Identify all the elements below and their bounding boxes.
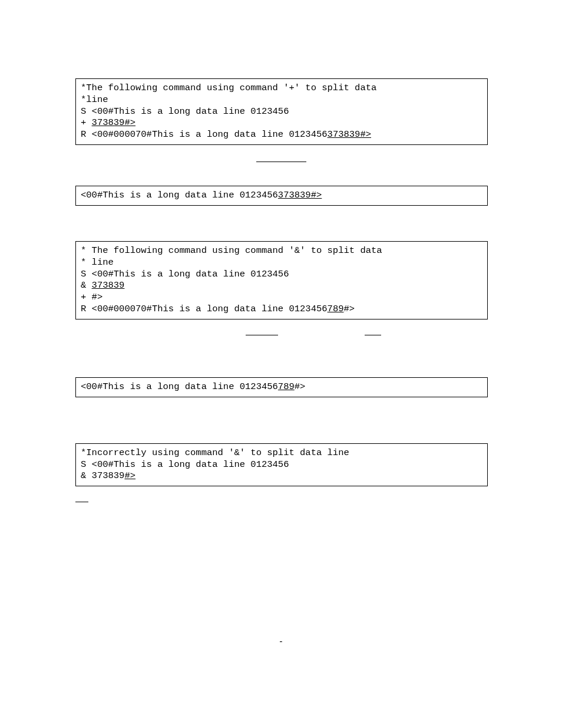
- code-line: *Incorrectly using command '&' to split …: [81, 447, 482, 459]
- code-text: +: [81, 117, 92, 128]
- underlined-text: 373839#>: [328, 129, 371, 140]
- separator-rule: [256, 162, 306, 162]
- separator-row: [0, 335, 562, 354]
- code-box-4: <00#This is a long data line 0123456789#…: [75, 377, 488, 397]
- separator-rule: [365, 335, 381, 335]
- underlined-text: 373839: [92, 280, 125, 291]
- code-text: & 373839: [81, 470, 124, 481]
- code-line: S <00#This is a long data line 0123456: [81, 269, 482, 281]
- code-text: R <00#000070#This is a long data line 01…: [81, 304, 328, 314]
- code-box-3: * The following command using command '&…: [75, 241, 488, 319]
- code-line: R <00#000070#This is a long data line 01…: [81, 304, 482, 315]
- code-line: S <00#This is a long data line 0123456: [81, 459, 482, 471]
- underlined-text: #>: [124, 470, 135, 481]
- code-line: S <00#This is a long data line 0123456: [81, 106, 482, 118]
- code-text: #>: [295, 381, 306, 392]
- code-text: <00#This is a long data line 0123456: [81, 190, 278, 200]
- underlined-text: 789: [328, 304, 344, 314]
- code-box-5: *Incorrectly using command '&' to split …: [75, 443, 488, 486]
- code-line: * The following command using command '&…: [81, 245, 482, 257]
- underlined-text: 373839#>: [92, 117, 135, 128]
- code-line: + #>: [81, 292, 482, 304]
- code-text: &: [81, 280, 92, 291]
- underlined-text: 789: [278, 381, 295, 392]
- code-box-2: <00#This is a long data line 01234563738…: [75, 186, 488, 206]
- code-text: <00#This is a long data line 0123456: [81, 381, 278, 392]
- code-line: * line: [81, 257, 482, 269]
- underlined-text: 373839#>: [278, 190, 322, 200]
- code-line: <00#This is a long data line 01234563738…: [81, 190, 482, 202]
- code-line: & 373839: [81, 280, 482, 292]
- code-line: *line: [81, 94, 482, 106]
- code-box-1: *The following command using command '+'…: [75, 78, 488, 145]
- code-text: R <00#000070#This is a long data line 01…: [81, 129, 328, 140]
- code-line: <00#This is a long data line 0123456789#…: [81, 381, 482, 393]
- separator-rule: [75, 502, 88, 502]
- code-text: #>: [343, 304, 355, 314]
- code-line: + 373839#>: [81, 117, 482, 129]
- separator-rule: [246, 335, 278, 335]
- page: *The following command using command '+'…: [0, 0, 562, 728]
- code-line: R <00#000070#This is a long data line 01…: [81, 129, 482, 141]
- code-line: & 373839#>: [81, 470, 482, 482]
- footer-dash: -: [279, 637, 283, 648]
- code-line: *The following command using command '+'…: [81, 83, 482, 94]
